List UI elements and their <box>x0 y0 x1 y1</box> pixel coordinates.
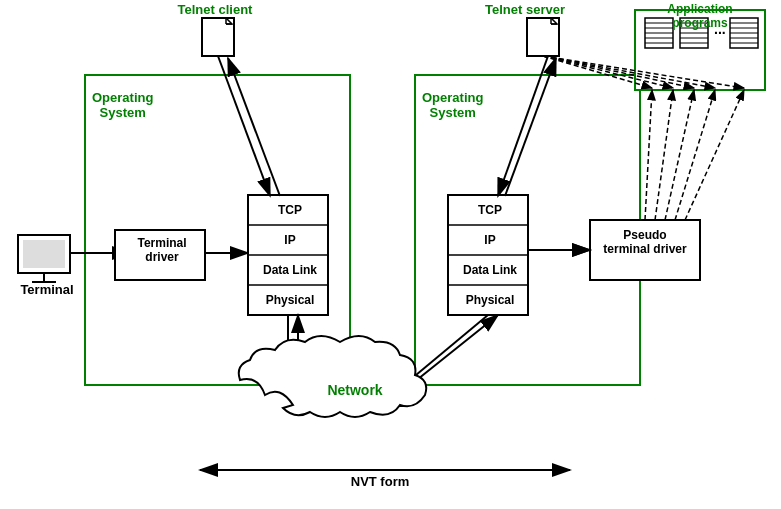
svg-line-57 <box>645 90 652 220</box>
network-label: Network <box>315 382 395 398</box>
svg-line-44 <box>218 56 270 196</box>
physical-right-label: Physical <box>452 286 528 314</box>
svg-line-55 <box>543 56 715 88</box>
tcp-left-label: TCP <box>252 197 328 223</box>
svg-line-56 <box>543 56 744 88</box>
svg-line-53 <box>543 56 673 88</box>
svg-rect-28 <box>18 235 70 273</box>
telnet-server-label: Telnet server <box>475 2 575 17</box>
svg-line-59 <box>665 90 694 220</box>
svg-rect-22 <box>202 18 234 56</box>
svg-rect-29 <box>23 240 65 268</box>
svg-line-51 <box>398 315 498 395</box>
svg-line-58 <box>655 90 673 220</box>
terminal-driver-label: Terminal driver <box>122 236 202 264</box>
ip-right-label: IP <box>452 226 528 254</box>
svg-line-54 <box>543 56 694 88</box>
os-right-label: Operating System <box>422 90 483 120</box>
data-link-right-label: Data Link <box>452 256 528 284</box>
svg-line-50 <box>392 315 488 395</box>
application-programs-label: Application programs <box>635 2 765 30</box>
svg-line-52 <box>543 56 652 88</box>
svg-line-60 <box>675 90 715 220</box>
svg-line-46 <box>498 56 548 196</box>
diagram: ··· <box>0 0 781 509</box>
data-link-left-label: Data Link <box>252 256 328 284</box>
pseudo-terminal-driver-label: Pseudo terminal driver <box>595 228 695 256</box>
physical-left-label: Physical <box>252 286 328 314</box>
nvt-form-label: NVT form <box>330 474 430 489</box>
svg-rect-25 <box>527 18 559 56</box>
telnet-client-label: Telnet client <box>175 2 255 17</box>
svg-line-45 <box>228 58 280 196</box>
svg-line-61 <box>685 90 744 220</box>
os-left-label: Operating System <box>92 90 153 120</box>
ip-left-label: IP <box>252 226 328 254</box>
tcp-right-label: TCP <box>452 197 528 223</box>
svg-line-47 <box>505 58 556 196</box>
terminal-label: Terminal <box>12 282 82 297</box>
